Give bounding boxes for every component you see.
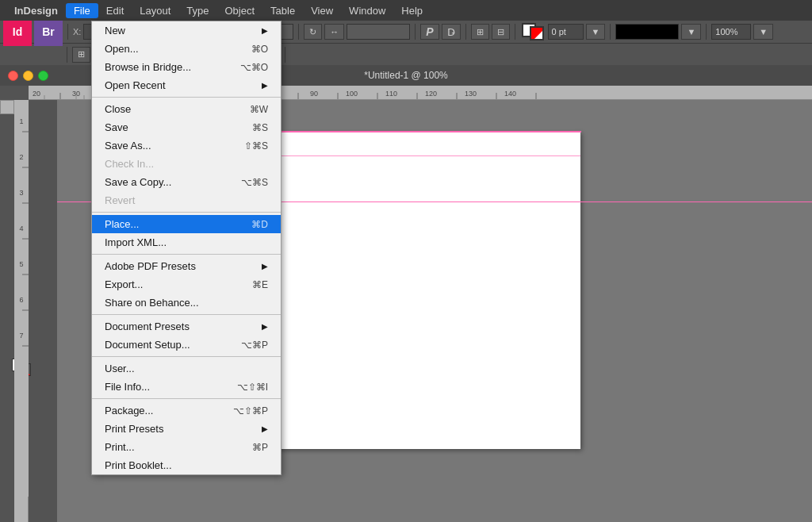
- menu-item-close-label: Close: [105, 103, 234, 115]
- separator-4: [92, 314, 281, 315]
- svg-text:90: 90: [310, 90, 318, 98]
- menu-item-browse[interactable]: Browse in Bridge... ⌥⌘O: [92, 58, 281, 76]
- menu-item-print-presets[interactable]: Print Presets ▶: [92, 420, 281, 438]
- menu-item-share-behance[interactable]: Share on Behance...: [92, 294, 281, 312]
- separator-1: [92, 97, 281, 98]
- menu-item-package[interactable]: Package... ⌥⇧⌘P: [92, 401, 281, 420]
- menu-view[interactable]: View: [303, 3, 341, 18]
- menu-item-print-shortcut: ⌘P: [252, 442, 268, 453]
- svg-text:2: 2: [19, 153, 23, 161]
- menu-item-pdf-presets[interactable]: Adobe PDF Presets ▶: [92, 257, 281, 275]
- svg-text:110: 110: [385, 90, 397, 98]
- menu-item-check-in[interactable]: Check In...: [92, 155, 281, 173]
- tb-sep5: [465, 24, 466, 40]
- menu-item-file-info[interactable]: File Info... ⌥⇧⌘I: [92, 378, 281, 396]
- minimize-window-btn[interactable]: [23, 71, 33, 81]
- rotate-btn[interactable]: ↻: [304, 24, 322, 40]
- menu-item-new[interactable]: New ▶: [92, 21, 281, 40]
- menu-type[interactable]: Type: [178, 3, 216, 18]
- menu-window[interactable]: Window: [341, 3, 393, 18]
- menu-item-user-label: User...: [105, 363, 268, 374]
- menu-item-save-copy[interactable]: Save a Copy... ⌥⌘S: [92, 173, 281, 191]
- menu-item-package-shortcut: ⌥⇧⌘P: [233, 405, 268, 416]
- menu-item-browse-label: Browse in Bridge...: [105, 61, 224, 73]
- tb-sep4: [415, 24, 416, 40]
- menu-item-new-label: New: [105, 25, 255, 36]
- svg-text:100: 100: [346, 90, 358, 98]
- zoom-dropdown-btn[interactable]: ▼: [753, 24, 773, 40]
- d-btn[interactable]: D̵: [442, 24, 461, 40]
- menu-table[interactable]: Table: [262, 3, 303, 18]
- menu-item-doc-presets[interactable]: Document Presets ▶: [92, 317, 281, 336]
- menu-item-print-booklet-label: Print Booklet...: [105, 459, 268, 471]
- menu-item-save-label: Save: [105, 121, 236, 133]
- align-btn1[interactable]: ⊞: [471, 24, 489, 40]
- svg-text:130: 130: [465, 90, 477, 98]
- file-menu-panel: New ▶ Open... ⌘O Browse in Bridge... ⌥⌘O…: [91, 21, 282, 475]
- menu-item-save-shortcut: ⌘S: [252, 122, 268, 133]
- ruler-v-svg: 1 2 3 4 5 6 7: [14, 100, 29, 497]
- menu-item-file-info-label: File Info...: [105, 381, 221, 393]
- menu-object[interactable]: Object: [217, 3, 263, 18]
- tools-panel: 1 2 3 4 5 6 7 ⮜ ⮟ ✒: [0, 100, 29, 522]
- menu-item-revert-label: Revert: [105, 194, 268, 206]
- svg-text:120: 120: [425, 90, 437, 98]
- svg-text:4: 4: [19, 225, 23, 232]
- close-window-btn[interactable]: [8, 71, 18, 81]
- menu-item-doc-presets-arrow: ▶: [262, 322, 268, 331]
- menu-help[interactable]: Help: [393, 3, 431, 18]
- indesign-icon: Id: [3, 17, 32, 46]
- menu-item-close-shortcut: ⌘W: [250, 104, 268, 115]
- menu-item-print[interactable]: Print... ⌘P: [92, 438, 281, 456]
- menu-item-export[interactable]: Export... ⌘E: [92, 275, 281, 294]
- menu-item-print-booklet[interactable]: Print Booklet...: [92, 456, 281, 474]
- menu-item-save-as[interactable]: Save As... ⇧⌘S: [92, 136, 281, 155]
- color-bar: [615, 24, 679, 40]
- menu-layout[interactable]: Layout: [132, 3, 178, 18]
- menu-item-export-label: Export...: [105, 278, 236, 290]
- menu-item-close[interactable]: Close ⌘W: [92, 100, 281, 118]
- tb-sep6: [515, 24, 515, 40]
- menubar: InDesign File Edit Layout Type Object Ta…: [0, 0, 812, 21]
- x-label: X:: [73, 27, 81, 36]
- menu-item-place[interactable]: Place... ⌘D: [92, 215, 281, 233]
- p-btn[interactable]: P: [420, 24, 439, 40]
- svg-text:140: 140: [504, 90, 516, 98]
- menu-item-share-behance-label: Share on Behance...: [105, 297, 268, 309]
- menu-item-open-label: Open...: [105, 43, 236, 55]
- menu-item-export-shortcut: ⌘E: [252, 279, 268, 290]
- menu-item-import-xml[interactable]: Import XML...: [92, 233, 281, 251]
- window-controls: [0, 71, 48, 81]
- document-title: *Untitled-1 @ 100%: [364, 70, 448, 81]
- grid-btn[interactable]: ⊞: [72, 47, 90, 63]
- ruler-vertical: 1 2 3 4 5 6 7: [14, 100, 29, 522]
- app-name: InDesign: [6, 3, 66, 18]
- align-btn2[interactable]: ⊟: [492, 24, 510, 40]
- menu-edit[interactable]: Edit: [98, 3, 132, 18]
- menu-item-open-recent[interactable]: Open Recent ▶: [92, 76, 281, 94]
- menu-item-place-label: Place...: [105, 218, 236, 230]
- menu-file[interactable]: File: [66, 3, 98, 18]
- menu-item-doc-setup[interactable]: Document Setup... ⌥⌘P: [92, 336, 281, 354]
- menu-item-import-xml-label: Import XML...: [105, 236, 268, 248]
- svg-text:6: 6: [19, 296, 23, 304]
- maximize-window-btn[interactable]: [38, 71, 48, 81]
- menu-item-save-copy-label: Save a Copy...: [105, 176, 225, 188]
- menu-item-save-copy-shortcut: ⌥⌘S: [241, 177, 268, 188]
- menu-item-open[interactable]: Open... ⌘O: [92, 40, 281, 58]
- tb-sep7: [610, 24, 611, 40]
- separator-3: [92, 254, 281, 255]
- pt-input[interactable]: 0 pt: [548, 24, 584, 40]
- menu-item-browse-shortcut: ⌥⌘O: [240, 62, 268, 73]
- flip-btn[interactable]: ↔: [324, 24, 344, 40]
- menu-item-file-info-shortcut: ⌥⇧⌘I: [237, 382, 268, 393]
- menu-item-user[interactable]: User...: [92, 359, 281, 378]
- svg-text:5: 5: [19, 260, 23, 268]
- bridge-icon: Br: [34, 17, 63, 46]
- menu-item-save[interactable]: Save ⌘S: [92, 118, 281, 136]
- color-dropdown-btn[interactable]: ▼: [681, 24, 701, 40]
- tb-sep1: [67, 24, 68, 40]
- menu-item-place-shortcut: ⌘D: [251, 219, 268, 230]
- menu-item-revert[interactable]: Revert: [92, 191, 281, 209]
- pt-dropdown-btn[interactable]: ▼: [586, 24, 606, 40]
